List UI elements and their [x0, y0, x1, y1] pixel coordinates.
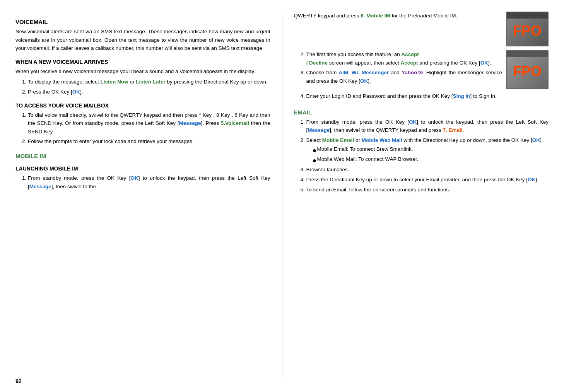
right-column: QWERTY keypad and press 6. Mobile IM for… — [282, 12, 549, 380]
access-voicemail-list: To dial voice mail directly, swivel to t… — [28, 111, 270, 146]
fpo-image-1: FPO — [506, 12, 549, 46]
launching-title: LAUNCHING MOBILE IM — [15, 165, 270, 172]
mobile-im-title: MOBILE IM — [15, 153, 270, 159]
email-list: From standby mode, press the OK Key [OK]… — [306, 118, 549, 194]
left-column: VOICEMAIL New voicemail alerts are sent … — [15, 12, 282, 380]
list-item: To send an Email, follow the on-screen p… — [306, 186, 549, 194]
access-voicemail-title: TO ACCESS YOUR VOICE MAILBOX — [15, 102, 270, 109]
fpo-image-2: FPO — [506, 50, 549, 89]
email-title: EMAIL — [294, 109, 549, 116]
bullet-item: ● Mobile Email: To connect Brew Smartlin… — [313, 145, 549, 154]
list-item: Enter your Login ID and Password and the… — [306, 92, 549, 101]
mobile-im-continued-text: QWERTY keypad and press 6. Mobile IM for… — [294, 12, 506, 22]
list-item: Press the OK Key [OK]. — [28, 88, 270, 96]
list-item: To dial voice mail directly, swivel to t… — [28, 111, 270, 136]
mobile-im-list-cont: Enter your Login ID and Password and the… — [306, 92, 549, 101]
list-item: Follow the prompts to enter your lock co… — [28, 137, 270, 146]
list-item: Choose from AIM, WL Messenger and Yahoo!… — [306, 68, 502, 85]
launching-list: From standby mode, press the OK Key [OK]… — [28, 174, 270, 191]
list-item: From standby mode, press the OK Key [OK]… — [306, 118, 549, 135]
page-number: 92 — [15, 378, 22, 384]
mobile-im-list: The first time you access this feature, … — [306, 50, 502, 85]
new-voicemail-title: WHEN A NEW VOICEMAIL ARRIVES — [15, 59, 270, 65]
mobile-im-items-block: The first time you access this feature, … — [294, 50, 506, 88]
new-voicemail-list: To display the message, select Listen No… — [28, 78, 270, 96]
list-item: From standby mode, press the OK Key [OK]… — [28, 174, 270, 191]
list-item: Press the Directional Key up or down to … — [306, 176, 549, 184]
new-voicemail-intro: When you receive a new voicemail message… — [15, 67, 270, 76]
list-item: The first time you access this feature, … — [306, 50, 502, 67]
bullet-item: ● Mobile Web Mail: To connect WAP Browse… — [313, 155, 549, 164]
voicemail-title: VOICEMAIL — [15, 19, 270, 25]
voicemail-para1: New voicemail alerts are sent via an SMS… — [15, 27, 270, 53]
list-item: To display the message, select Listen No… — [28, 78, 270, 86]
list-item: Select Mobile Email or Mobile Web Mail w… — [306, 136, 549, 164]
list-item: Browser launches. — [306, 165, 549, 174]
